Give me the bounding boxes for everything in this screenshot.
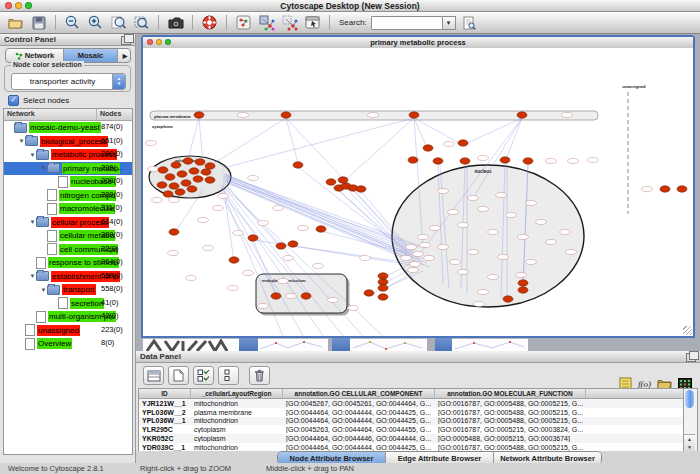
network-node[interactable] [460,158,470,164]
network-node[interactable] [165,174,175,180]
network-node-small[interactable] [418,234,429,239]
network-node-small[interactable] [368,112,379,117]
background-window-edge[interactable] [435,338,452,351]
network-node-small[interactable] [186,275,197,280]
network-node[interactable] [677,186,687,192]
network-node-small[interactable] [401,255,412,260]
create-network-icon[interactable] [234,13,253,32]
network-node-small[interactable] [248,175,259,180]
network-node[interactable] [189,168,199,174]
network-node[interactable] [378,294,388,300]
select-nodes-checkbox[interactable]: ✓ [8,95,19,106]
network-node[interactable] [518,280,528,286]
network-node-small[interactable] [450,259,461,264]
tree-row[interactable]: ▼transport558(0) [4,283,132,297]
search-input[interactable] [371,16,443,30]
network-node[interactable] [276,243,286,249]
network-node-small[interactable] [283,255,294,260]
network-node-small[interactable] [458,222,469,227]
network-nodes-a-icon[interactable] [257,13,276,32]
network-node-small[interactable] [238,112,249,117]
network-node-small[interactable] [506,212,517,217]
tree-row[interactable]: mosaic-demo-yeast874(0) [4,121,132,135]
network-node-small[interactable] [468,195,479,200]
save-session-icon[interactable] [29,13,48,32]
tree-row[interactable]: ▼primary metabo209(... [4,162,132,176]
network-node[interactable] [281,112,291,118]
network-node-small[interactable] [488,274,499,279]
network-node-small[interactable] [278,278,289,283]
network-node[interactable] [500,157,510,163]
tab-overflow-arrow[interactable]: ▶ [118,49,131,62]
network-node-small[interactable] [438,244,449,249]
tree-row[interactable]: macromolecule311(0) [4,202,132,216]
table-row[interactable]: YPL036W__2plasma membrane[GO:0044464, GO… [139,408,686,417]
tree-row[interactable]: nucleobase-209(0) [4,175,132,189]
network-node-small[interactable] [198,217,209,222]
network-node[interactable] [175,189,185,195]
network-node-small[interactable] [152,197,163,202]
expander-triangle-icon[interactable]: ▼ [18,138,25,144]
network-node-small[interactable] [298,225,309,230]
network-node-small[interactable] [168,250,179,255]
combobox-stepper-icon[interactable]: ▲▼ [112,74,125,89]
expander-triangle-icon[interactable]: ▼ [40,165,47,171]
create-attribute-icon[interactable] [168,366,189,385]
network-node-small[interactable] [518,234,529,239]
network-node-small[interactable] [560,229,571,234]
network-node[interactable] [518,287,528,293]
zoom-out-icon[interactable] [63,13,82,32]
tree-row[interactable]: ▼metabolic process280(0) [4,148,132,162]
network-node[interactable] [157,182,167,188]
network-node[interactable] [408,157,418,163]
network-node[interactable] [660,186,670,192]
vizmapper-icon[interactable] [303,13,322,32]
network-node-small[interactable] [148,166,159,171]
expander-triangle-icon[interactable]: ▼ [29,273,36,279]
network-node-small[interactable] [498,254,509,259]
network-node[interactable] [356,186,366,192]
network-node[interactable] [169,183,179,189]
zoom-fit-icon[interactable] [109,13,128,32]
network-node-small[interactable] [474,301,485,306]
table-row[interactable]: YLR295Ccytoplasm[GO:0045263, GO:0044464,… [139,425,686,434]
network-node-small[interactable] [420,242,431,247]
table-scrollbar[interactable]: ▲▼ [683,388,698,452]
network-node-small[interactable] [228,285,239,290]
help-lifering-icon[interactable] [200,13,219,32]
network-node-small[interactable] [444,141,455,146]
network-node[interactable] [338,177,348,183]
network-node[interactable] [523,158,533,164]
network-node[interactable] [205,177,215,183]
network-node[interactable] [378,273,388,279]
background-window-fragment[interactable] [350,338,427,351]
table-row[interactable]: YJR121W__1mitochondrion[GO:0045267, GO:0… [139,399,686,408]
network-node-small[interactable] [243,270,254,275]
network-node[interactable] [229,257,239,263]
network-node[interactable] [301,293,311,299]
network-node-small[interactable] [258,220,269,225]
float-panel-icon[interactable] [686,353,696,362]
network-node-small[interactable] [413,251,424,256]
zoom-in-icon[interactable] [86,13,105,32]
tree-header-network[interactable]: Network [4,109,97,120]
network-node-small[interactable] [169,197,180,202]
network-node-small[interactable] [406,244,417,249]
network-node[interactable] [288,241,298,247]
tree-row[interactable]: ▼establishment of lo558(0) [4,270,132,284]
background-window-fragment[interactable] [452,338,528,351]
network-nodes-b-icon[interactable] [280,13,299,32]
network-node[interactable] [163,191,173,197]
network-node-small[interactable] [348,305,359,310]
network-node[interactable] [378,279,388,285]
column-header-id[interactable]: ID [139,389,191,398]
tree-row[interactable]: ▼cellular process614(0) [4,216,132,230]
network-node-small[interactable] [328,297,339,302]
network-node-small[interactable] [146,140,157,145]
network-node[interactable] [169,229,179,235]
network-node[interactable] [177,171,187,177]
network-node[interactable] [183,158,193,164]
node-color-combobox[interactable]: transporter activity ▲▼ [11,73,126,90]
network-node-small[interactable] [468,249,479,254]
tree-row[interactable]: secretion41(0) [4,297,132,311]
